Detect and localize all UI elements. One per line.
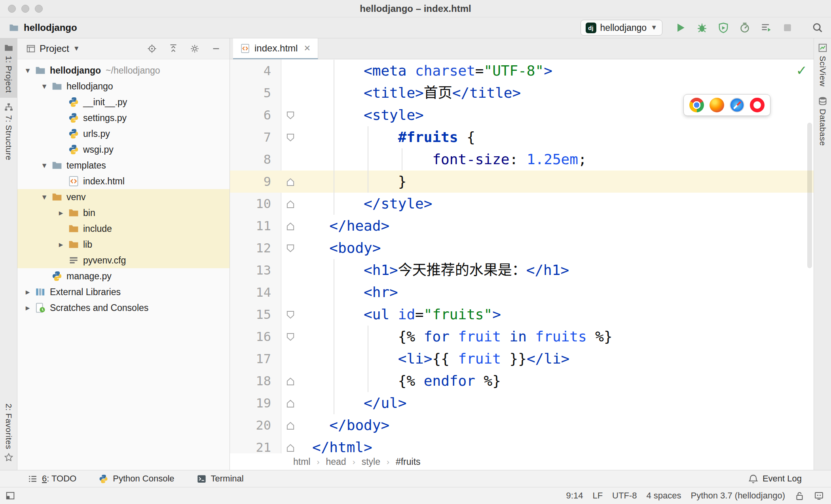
fold-end-icon[interactable] — [285, 398, 296, 409]
breadcrumb-item-fruits[interactable]: #fruits — [396, 457, 421, 467]
chevron-right-icon[interactable]: ▸ — [21, 287, 35, 297]
fold-end-icon[interactable] — [285, 443, 296, 453]
tree-item-include[interactable]: include — [17, 221, 230, 237]
tool-window-structure-button[interactable]: 7: Structure — [0, 98, 17, 165]
chevron-down-icon[interactable]: ▼ — [73, 45, 80, 53]
debug-button[interactable] — [696, 22, 708, 33]
code-line-20[interactable]: </body> — [312, 414, 814, 436]
code-text[interactable]: <meta charset="UTF-8"> <title>首页</title>… — [300, 60, 814, 453]
line-number-18[interactable]: 18 — [230, 370, 281, 392]
project-view-selector[interactable]: Project — [40, 43, 69, 54]
code-line-7[interactable]: #fruits { — [312, 126, 814, 148]
code-line-18[interactable]: {% endfor %} — [312, 370, 814, 392]
lock-icon[interactable] — [795, 491, 804, 501]
stop-button[interactable] — [782, 22, 793, 33]
line-number-10[interactable]: 10 — [230, 193, 281, 215]
tree-item-templates[interactable]: ▾templates — [17, 157, 230, 173]
tree-item-urls-py[interactable]: urls.py — [17, 126, 230, 142]
chevron-down-icon[interactable]: ▾ — [37, 192, 51, 202]
tree-item-scratches-and-consoles[interactable]: ▸Scratches and Consoles — [17, 300, 230, 316]
tree-item-venv[interactable]: ▾venv — [17, 189, 230, 205]
run-with-coverage-button[interactable] — [718, 22, 729, 33]
line-separator-widget[interactable]: LF — [592, 491, 603, 501]
close-tab-icon[interactable]: ✕ — [304, 44, 311, 53]
fold-start-icon[interactable] — [285, 332, 296, 342]
editor-tab-index-html[interactable]: index.html ✕ — [233, 38, 318, 59]
fold-end-icon[interactable] — [285, 221, 296, 231]
breadcrumb-item-html[interactable]: html — [293, 457, 310, 467]
code-line-17[interactable]: <li>{{ fruit }}</li> — [312, 348, 814, 370]
chevron-right-icon[interactable]: ▸ — [21, 303, 35, 313]
line-number-12[interactable]: 12 — [230, 237, 281, 259]
fold-end-icon[interactable] — [285, 199, 296, 209]
chevron-right-icon[interactable]: ▸ — [54, 240, 68, 249]
code-line-10[interactable]: </style> — [312, 193, 814, 215]
line-number-9[interactable]: 9 — [230, 171, 281, 193]
code-line-4[interactable]: <meta charset="UTF-8"> — [312, 60, 814, 82]
run-button[interactable] — [675, 22, 686, 33]
indent-widget[interactable]: 4 spaces — [646, 491, 681, 501]
safari-icon[interactable] — [730, 98, 744, 112]
tool-window-project-button[interactable]: 1: Project — [0, 38, 17, 98]
run-config-selector[interactable]: dj hellodjango ▼ — [581, 20, 663, 36]
line-number-16[interactable]: 16 — [230, 326, 281, 348]
tree-item-bin[interactable]: ▸bin — [17, 205, 230, 221]
tree-item-init-py[interactable]: __init__.py — [17, 94, 230, 110]
tree-item-index-html[interactable]: index.html — [17, 173, 230, 189]
tree-item-pyvenv-cfg[interactable]: pyvenv.cfg — [17, 252, 230, 268]
chevron-right-icon[interactable]: ▸ — [54, 208, 68, 218]
code-line-21[interactable]: </html> — [312, 436, 814, 453]
chevron-down-icon[interactable]: ▾ — [37, 81, 51, 91]
line-number-6[interactable]: 6 — [230, 104, 281, 126]
todo-button[interactable]: 6: TODO — [28, 474, 76, 484]
line-number-20[interactable]: 20 — [230, 414, 281, 436]
opera-icon[interactable] — [750, 98, 765, 112]
code-line-16[interactable]: {% for fruit in fruits %} — [312, 326, 814, 348]
event-log-button[interactable]: Event Log — [748, 474, 831, 484]
settings-gear-button[interactable] — [190, 44, 199, 53]
editor-scrollbar[interactable] — [807, 123, 812, 268]
code-line-19[interactable]: </ul> — [312, 392, 814, 414]
code-line-11[interactable]: </head> — [312, 215, 814, 237]
tool-window-sciview-button[interactable]: SciView — [814, 38, 831, 91]
run-configurations-button[interactable] — [761, 22, 772, 33]
encoding-widget[interactable]: UTF-8 — [612, 491, 637, 501]
code-editor[interactable]: 456789101112131415161718192021 <meta cha… — [230, 59, 814, 453]
hide-panel-button[interactable] — [211, 44, 221, 53]
tool-window-favorites-button[interactable]: 2: Favorites — [0, 399, 17, 467]
tree-item-hellodjango[interactable]: ▾hellodjango — [17, 78, 230, 94]
profiler-button[interactable] — [739, 22, 750, 33]
tree-item-settings-py[interactable]: settings.py — [17, 110, 230, 126]
line-number-8[interactable]: 8 — [230, 148, 281, 171]
fold-start-icon[interactable] — [285, 243, 296, 254]
terminal-button[interactable]: Terminal — [197, 474, 244, 484]
chevron-down-icon[interactable]: ▾ — [21, 66, 35, 75]
caret-position-widget[interactable]: 9:14 — [566, 491, 583, 501]
highlighting-level-icon[interactable] — [814, 491, 824, 501]
code-line-13[interactable]: <h1>今天推荐的水果是：</h1> — [312, 259, 814, 281]
fold-start-icon[interactable] — [285, 133, 296, 143]
breadcrumb-item-head[interactable]: head — [326, 457, 346, 467]
line-number-13[interactable]: 13 — [230, 259, 281, 281]
breadcrumb-item-style[interactable]: style — [362, 457, 380, 467]
code-line-14[interactable]: <hr> — [312, 281, 814, 303]
search-everywhere-button[interactable] — [812, 22, 823, 33]
line-number-4[interactable]: 4 — [230, 60, 281, 82]
fold-end-icon[interactable] — [285, 421, 296, 431]
tree-item-wsgi-py[interactable]: wsgi.py — [17, 142, 230, 157]
line-number-7[interactable]: 7 — [230, 126, 281, 148]
code-line-12[interactable]: <body> — [312, 237, 814, 259]
fold-start-icon[interactable] — [285, 110, 296, 121]
code-line-15[interactable]: <ul id="fruits"> — [312, 303, 814, 326]
tree-item-lib[interactable]: ▸lib — [17, 237, 230, 252]
line-number-11[interactable]: 11 — [230, 215, 281, 237]
line-number-15[interactable]: 15 — [230, 303, 281, 326]
tree-item-manage-py[interactable]: manage.py — [17, 268, 230, 284]
tree-item-hellodjango[interactable]: ▾hellodjango~/hellodjango — [17, 63, 230, 78]
fold-start-icon[interactable] — [285, 310, 296, 320]
line-number-19[interactable]: 19 — [230, 392, 281, 414]
tree-item-external-libraries[interactable]: ▸External Libraries — [17, 284, 230, 300]
line-number-21[interactable]: 21 — [230, 436, 281, 453]
code-line-9[interactable]: } — [312, 171, 814, 193]
toolwindow-toggle-icon[interactable] — [6, 491, 15, 500]
